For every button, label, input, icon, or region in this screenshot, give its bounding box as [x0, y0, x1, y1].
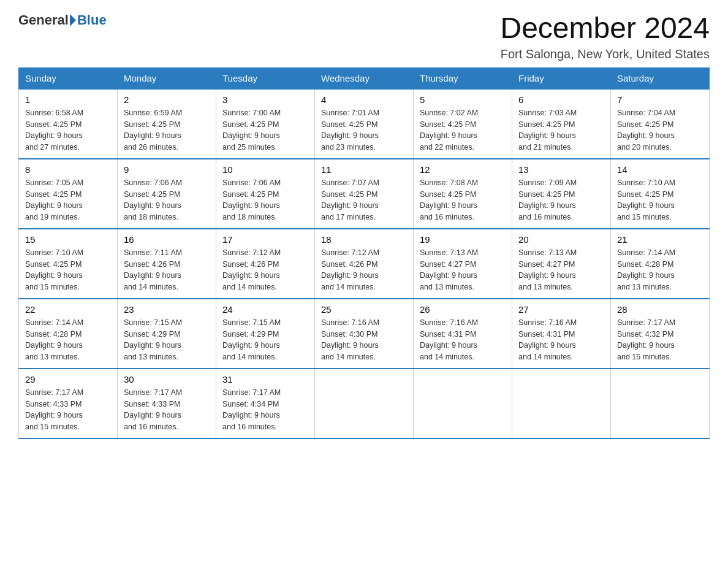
cell-info: Sunrise: 7:04 AMSunset: 4:25 PMDaylight:… — [617, 107, 703, 153]
cell-info-line: Sunrise: 7:00 AM — [222, 109, 281, 117]
calendar-week-row: 8Sunrise: 7:05 AMSunset: 4:25 PMDaylight… — [19, 159, 710, 229]
cell-info-line: Sunset: 4:25 PM — [321, 190, 377, 199]
cell-info: Sunrise: 7:17 AMSunset: 4:32 PMDaylight:… — [617, 317, 703, 363]
cell-info-line: and 13 minutes. — [25, 353, 80, 361]
cell-info: Sunrise: 7:13 AMSunset: 4:27 PMDaylight:… — [518, 247, 604, 293]
calendar-cell: 31Sunrise: 7:17 AMSunset: 4:34 PMDayligh… — [216, 369, 315, 439]
cell-info: Sunrise: 7:10 AMSunset: 4:25 PMDaylight:… — [25, 247, 111, 293]
cell-info: Sunrise: 7:03 AMSunset: 4:25 PMDaylight:… — [518, 107, 604, 153]
cell-info-line: Daylight: 9 hours — [420, 201, 477, 210]
cell-info-line: Daylight: 9 hours — [518, 341, 576, 350]
calendar-cell: 22Sunrise: 7:14 AMSunset: 4:28 PMDayligh… — [19, 299, 118, 369]
weekday-header-thursday: Thursday — [414, 67, 512, 89]
cell-info-line: and 19 minutes. — [25, 213, 80, 221]
cell-info: Sunrise: 7:14 AMSunset: 4:28 PMDaylight:… — [25, 317, 111, 363]
cell-date: 6 — [518, 94, 604, 105]
cell-info: Sunrise: 7:07 AMSunset: 4:25 PMDaylight:… — [321, 177, 407, 223]
calendar-week-row: 1Sunrise: 6:58 AMSunset: 4:25 PMDaylight… — [19, 89, 710, 159]
cell-info: Sunrise: 7:13 AMSunset: 4:27 PMDaylight:… — [420, 247, 506, 293]
calendar-cell: 2Sunrise: 6:59 AMSunset: 4:25 PMDaylight… — [118, 89, 216, 159]
cell-info: Sunrise: 7:12 AMSunset: 4:26 PMDaylight:… — [321, 247, 407, 293]
calendar-cell — [315, 369, 414, 439]
cell-info-line: Sunrise: 7:08 AM — [420, 178, 478, 187]
title-block: December 2024 Fort Salonga, New York, Un… — [500, 12, 710, 61]
cell-date: 1 — [25, 94, 111, 105]
cell-info-line: Daylight: 9 hours — [321, 201, 379, 210]
calendar-cell: 3Sunrise: 7:00 AMSunset: 4:25 PMDaylight… — [216, 89, 315, 159]
cell-info-line: and 15 minutes. — [25, 283, 80, 291]
cell-date: 4 — [321, 94, 407, 105]
weekday-header-friday: Friday — [512, 67, 611, 89]
cell-date: 27 — [518, 304, 604, 315]
cell-info-line: Daylight: 9 hours — [25, 201, 83, 210]
cell-info-line: Sunset: 4:25 PM — [124, 120, 180, 129]
weekday-header-tuesday: Tuesday — [216, 67, 315, 89]
cell-info-line: Sunrise: 7:15 AM — [124, 318, 182, 327]
cell-info-line: Sunrise: 7:06 AM — [222, 178, 281, 187]
cell-info-line: Daylight: 9 hours — [222, 201, 280, 210]
cell-info: Sunrise: 7:16 AMSunset: 4:31 PMDaylight:… — [420, 317, 506, 363]
calendar-cell: 6Sunrise: 7:03 AMSunset: 4:25 PMDaylight… — [512, 89, 611, 159]
calendar-week-row: 29Sunrise: 7:17 AMSunset: 4:33 PMDayligh… — [19, 369, 710, 439]
cell-info: Sunrise: 7:06 AMSunset: 4:25 PMDaylight:… — [124, 177, 210, 223]
cell-date: 5 — [420, 94, 506, 105]
cell-info: Sunrise: 7:16 AMSunset: 4:30 PMDaylight:… — [321, 317, 407, 363]
cell-info: Sunrise: 7:02 AMSunset: 4:25 PMDaylight:… — [420, 107, 506, 153]
cell-info-line: Sunset: 4:25 PM — [420, 190, 476, 199]
cell-info-line: Daylight: 9 hours — [420, 341, 477, 350]
cell-info-line: Daylight: 9 hours — [222, 131, 280, 140]
cell-info-line: Daylight: 9 hours — [617, 201, 675, 210]
cell-info-line: and 13 minutes. — [420, 283, 474, 291]
cell-info-line: Sunset: 4:25 PM — [124, 190, 180, 199]
cell-date: 8 — [25, 164, 111, 175]
month-title: December 2024 — [500, 12, 710, 45]
cell-info: Sunrise: 7:17 AMSunset: 4:34 PMDaylight:… — [222, 387, 308, 433]
calendar-cell: 29Sunrise: 7:17 AMSunset: 4:33 PMDayligh… — [19, 369, 118, 439]
calendar-cell: 24Sunrise: 7:15 AMSunset: 4:29 PMDayligh… — [216, 299, 315, 369]
cell-info-line: and 14 minutes. — [321, 283, 376, 291]
cell-info-line: Sunrise: 7:16 AM — [321, 318, 379, 327]
calendar-cell: 7Sunrise: 7:04 AMSunset: 4:25 PMDaylight… — [611, 89, 710, 159]
weekday-header-wednesday: Wednesday — [315, 67, 414, 89]
cell-info: Sunrise: 7:12 AMSunset: 4:26 PMDaylight:… — [222, 247, 308, 293]
cell-info-line: Sunset: 4:26 PM — [321, 260, 377, 269]
cell-info-line: Sunrise: 7:01 AM — [321, 109, 379, 117]
cell-info-line: Sunset: 4:26 PM — [222, 260, 279, 269]
cell-info-line: Sunrise: 7:07 AM — [321, 178, 379, 187]
cell-info-line: Sunrise: 7:15 AM — [222, 318, 281, 327]
cell-date: 31 — [222, 374, 308, 385]
weekday-header-saturday: Saturday — [611, 67, 710, 89]
cell-info-line: Sunrise: 7:06 AM — [124, 178, 182, 187]
cell-info-line: Daylight: 9 hours — [617, 271, 675, 280]
cell-info-line: Sunset: 4:25 PM — [617, 120, 673, 129]
cell-info-line: Daylight: 9 hours — [321, 341, 379, 350]
cell-info: Sunrise: 7:06 AMSunset: 4:25 PMDaylight:… — [222, 177, 308, 223]
cell-info-line: Sunset: 4:25 PM — [518, 120, 575, 129]
cell-info-line: Sunrise: 7:10 AM — [25, 248, 83, 257]
cell-info: Sunrise: 7:08 AMSunset: 4:25 PMDaylight:… — [420, 177, 506, 223]
cell-info-line: Daylight: 9 hours — [124, 201, 181, 210]
cell-info-line: Daylight: 9 hours — [124, 341, 181, 350]
cell-date: 19 — [420, 234, 506, 245]
cell-info-line: Daylight: 9 hours — [25, 271, 83, 280]
calendar-week-row: 22Sunrise: 7:14 AMSunset: 4:28 PMDayligh… — [19, 299, 710, 369]
calendar-cell: 12Sunrise: 7:08 AMSunset: 4:25 PMDayligh… — [414, 159, 512, 229]
cell-info-line: Sunrise: 6:58 AM — [25, 109, 83, 117]
calendar-cell: 4Sunrise: 7:01 AMSunset: 4:25 PMDaylight… — [315, 89, 414, 159]
cell-info-line: Daylight: 9 hours — [617, 131, 675, 140]
cell-info-line: and 16 minutes. — [420, 213, 474, 221]
cell-info-line: and 16 minutes. — [124, 423, 178, 431]
cell-info-line: and 16 minutes. — [222, 423, 277, 431]
location-title: Fort Salonga, New York, United States — [500, 47, 710, 61]
cell-info-line: and 25 minutes. — [222, 143, 277, 151]
logo: General Blue — [18, 12, 107, 28]
cell-info: Sunrise: 7:17 AMSunset: 4:33 PMDaylight:… — [25, 387, 111, 433]
cell-info-line: Sunrise: 6:59 AM — [124, 109, 182, 117]
cell-info-line: Sunrise: 7:13 AM — [518, 248, 577, 257]
cell-info: Sunrise: 7:11 AMSunset: 4:26 PMDaylight:… — [124, 247, 210, 293]
cell-date: 12 — [420, 164, 506, 175]
calendar-cell: 5Sunrise: 7:02 AMSunset: 4:25 PMDaylight… — [414, 89, 512, 159]
cell-info-line: Sunrise: 7:17 AM — [222, 388, 281, 397]
calendar-week-row: 15Sunrise: 7:10 AMSunset: 4:25 PMDayligh… — [19, 229, 710, 299]
cell-info-line: Daylight: 9 hours — [518, 131, 576, 140]
